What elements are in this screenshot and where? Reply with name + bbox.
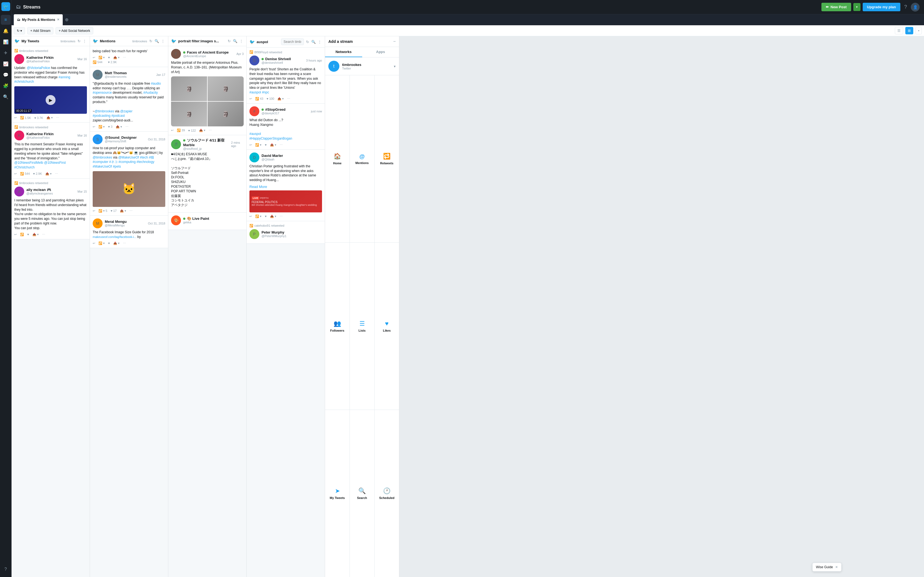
share-button[interactable]: 📤 ▾ — [45, 172, 52, 176]
sidebar-item-streams[interactable]: ≡ — [1, 15, 11, 25]
video-play-button[interactable]: ▶ — [46, 95, 55, 105]
share-button[interactable]: 📤 ▾ — [113, 242, 120, 245]
reply-button[interactable]: ↩ — [14, 116, 17, 119]
compact-view-button[interactable]: ▪ — [916, 27, 922, 34]
more-button[interactable]: ⋯ — [125, 125, 128, 129]
col-search[interactable] — [281, 39, 304, 45]
user-avatar[interactable]: 👤 — [911, 3, 919, 11]
sidebar-item-puzzle[interactable]: 🧩 — [1, 81, 11, 91]
refresh-col-button[interactable]: ↻ — [149, 39, 153, 44]
more-button[interactable]: ⋯ — [279, 143, 283, 147]
tab-apps[interactable]: Apps — [362, 47, 399, 57]
retweet-button[interactable]: 🔁 ▾ — [99, 242, 105, 245]
new-post-dropdown[interactable]: ▾ — [853, 3, 861, 11]
retweet-button[interactable]: 🔁 ▾ — [99, 125, 105, 129]
more-button[interactable]: ⋯ — [42, 233, 45, 236]
share-button[interactable]: 📤 ▾ — [113, 56, 120, 60]
refresh-col-button[interactable]: ↻ — [227, 39, 231, 44]
more-button[interactable]: ⋯ — [123, 56, 126, 60]
reply-button[interactable]: ↩ — [93, 125, 95, 129]
search-col-button[interactable]: 🔍 — [233, 39, 238, 44]
app-logo[interactable]: 🐦 — [2, 2, 10, 11]
col-more-button[interactable]: ⋮ — [317, 39, 322, 45]
sidebar-item-notifications[interactable]: 🔔 — [1, 26, 11, 36]
share-button[interactable]: 📤 ▾ — [270, 214, 276, 218]
like-button[interactable]: ♥ 3 — [108, 125, 113, 128]
stream-type-home[interactable]: 🏠 Home — [325, 75, 349, 242]
refresh-col-button[interactable]: ↻ — [77, 39, 81, 44]
like-button[interactable]: ♥ — [265, 214, 267, 218]
toast-close-button[interactable]: ✕ — [835, 565, 838, 569]
retweet-button[interactable]: 🔁 544 — [20, 172, 30, 176]
refresh-button[interactable]: ↻ ▾ — [14, 27, 25, 34]
more-button[interactable]: ⋯ — [279, 214, 283, 218]
more-button[interactable]: ⋯ — [56, 116, 59, 119]
share-button[interactable]: 📤 ▾ — [47, 116, 53, 119]
retweet-button[interactable]: 🔁 ▾ 5 — [99, 209, 107, 213]
like-button[interactable]: ♥ 17 — [111, 209, 116, 213]
sidebar-item-engage[interactable]: 💬 — [1, 70, 11, 80]
col-more-button[interactable]: ⋮ — [82, 39, 87, 44]
reply-button[interactable]: ↩ — [249, 143, 252, 147]
share-button[interactable]: 📤 ▾ — [278, 97, 284, 101]
account-selector[interactable]: t timbrookes Twitter ▾ — [325, 57, 399, 75]
retweet-button[interactable]: 🔁 ▾ — [255, 214, 262, 218]
like-button[interactable]: ♥ 100 — [267, 97, 274, 100]
more-button[interactable]: ⋯ — [55, 172, 58, 176]
like-button[interactable]: ♥ — [108, 242, 110, 245]
reply-button[interactable]: ↩ — [93, 242, 95, 245]
like-button[interactable]: ♥ — [27, 233, 29, 236]
sidebar-item-stats[interactable]: 📈 — [1, 59, 11, 69]
like-button[interactable]: ♥ — [265, 143, 267, 147]
more-button[interactable]: ⋯ — [209, 129, 212, 132]
like-button[interactable]: ♥ 2.9K — [33, 172, 42, 175]
more-button[interactable]: ⋯ — [287, 97, 290, 101]
video-thumbnail[interactable]: ▶ 00:20:11:17 — [14, 86, 87, 114]
upgrade-button[interactable]: Upgrade my plan — [863, 3, 900, 11]
new-post-button[interactable]: ✏ New Post — [821, 3, 851, 11]
tab-networks[interactable]: Networks — [325, 47, 362, 57]
col-more-button[interactable]: ⋮ — [239, 39, 244, 44]
share-button[interactable]: 📤 ▾ — [199, 129, 205, 132]
share-button[interactable]: 📤 ▾ — [270, 143, 276, 147]
more-button[interactable]: ⋯ — [129, 209, 132, 213]
sidebar-item-analytics[interactable]: 📊 — [1, 37, 11, 47]
reply-button[interactable]: ↩ — [14, 172, 17, 176]
share-button[interactable]: 📤 ▾ — [116, 125, 122, 129]
reply-button[interactable]: ↩ — [249, 214, 252, 218]
share-button[interactable]: 📤 ▾ — [120, 209, 126, 213]
stream-type-scheduled[interactable]: 🕐 Scheduled — [375, 410, 399, 577]
reply-button[interactable]: ↩ — [93, 56, 95, 60]
stream-type-mentions[interactable]: @ Mentions — [350, 75, 374, 242]
sidebar-item-publish[interactable]: ✈ — [1, 48, 11, 58]
stream-type-followers[interactable]: 👥 Followers — [325, 243, 349, 410]
stream-type-retweets[interactable]: 🔁 Retweets — [375, 75, 399, 242]
more-button[interactable]: ⋯ — [123, 242, 126, 245]
list-view-button[interactable]: ☰ — [895, 27, 903, 34]
chevron-down-icon[interactable]: ▾ — [394, 64, 396, 68]
retweet-button[interactable]: 🔁 39 — [177, 129, 185, 132]
retweet-button[interactable]: 🔁 ▾ — [255, 143, 262, 147]
reply-button[interactable]: ↩ — [93, 209, 95, 213]
like-button[interactable]: ♥ 3.7K — [34, 116, 43, 119]
stream-type-likes[interactable]: ♥ Likes — [375, 243, 399, 410]
reply-button[interactable]: ↩ — [171, 129, 173, 132]
stream-type-lists[interactable]: ☰ Lists — [350, 243, 374, 410]
read-more-link[interactable]: Read More — [249, 185, 322, 189]
stream-type-search[interactable]: 🔍 Search — [350, 410, 374, 577]
tab-my-posts[interactable]: 🗂 My Posts & Mentions ✕ — [14, 14, 63, 25]
col-more-button[interactable]: ⋮ — [161, 39, 165, 44]
add-tab-button[interactable]: ⊕ — [63, 17, 71, 22]
grid-view-button[interactable]: ⊞ — [905, 27, 913, 34]
refresh-col-button[interactable]: ↻ — [305, 39, 310, 45]
stream-type-my-tweets[interactable]: ➤ My Tweets — [325, 410, 349, 577]
tab-close-button[interactable]: ✕ — [57, 18, 60, 21]
add-social-network-button[interactable]: + Add Social Network — [55, 27, 93, 34]
add-stream-button[interactable]: + Add Stream — [27, 27, 53, 34]
retweet-button[interactable]: 🔁 — [20, 233, 24, 236]
like-button[interactable]: ♥ 122 — [188, 129, 196, 132]
like-button[interactable]: ♥ — [108, 56, 110, 59]
reply-button[interactable]: ↩ — [14, 233, 17, 236]
search-input[interactable] — [281, 39, 304, 45]
retweet-button[interactable]: 🔁 ▾ — [99, 56, 105, 60]
